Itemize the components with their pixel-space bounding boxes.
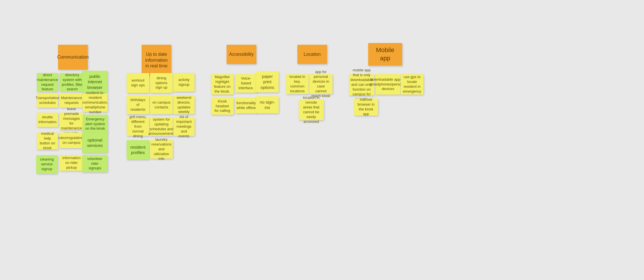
- location-remote: location in remote areas that cannot be …: [299, 100, 324, 120]
- accessibility-header: Accessibility: [227, 45, 256, 64]
- activity-signup: activity signup: [173, 73, 195, 91]
- cleaning-service: cleaning service signup: [36, 155, 57, 174]
- located-key-common: located in key, common locations: [286, 74, 309, 94]
- directory-system: directory system with profiles, filter s…: [59, 73, 85, 91]
- on-campus-contacts: on campus contacts: [150, 96, 173, 114]
- laundry-reservations: laundry reservations and utilization inf…: [150, 140, 173, 159]
- voice-based: Voice-based interface.: [235, 74, 257, 93]
- no-sign-ins: no sign-ins: [256, 96, 279, 113]
- weekend-director: weekend director, updates weekly: [173, 96, 195, 114]
- workout-signups: workout sign ups: [127, 73, 149, 93]
- list-important: list of important meetings and events: [173, 117, 195, 136]
- rules-regulations: rules/regulations on campus: [59, 132, 84, 148]
- internet-browser-app: internet browser in the kiosk app: [354, 99, 378, 116]
- communication-header: Communication: [58, 45, 88, 70]
- emergency-alert: Emergency alert system on the kiosk: [83, 115, 108, 133]
- shuttle-info: shuttle information: [37, 113, 58, 127]
- mobile-app-header: Mobile app: [368, 43, 402, 66]
- premade-messages: leave premade messages for maintenance r…: [59, 113, 84, 130]
- magnifier-highlight: Magnifier highlight feature on the kiosk…: [211, 74, 234, 95]
- birthdays-residents: birthdays of residents: [127, 96, 149, 114]
- resident-communication: resident-to-resident communication, emai…: [83, 93, 108, 112]
- up-to-date-header: Up to date information in real time: [142, 45, 171, 76]
- transportation: Transportation schedules: [37, 93, 58, 108]
- kiosk-headset: Kiosk headset for calling: [211, 98, 234, 115]
- kanban-board: CommunicationUp to date information in r…: [0, 0, 644, 280]
- system-updating: system for updating schedules and announ…: [150, 117, 173, 136]
- use-gps: use gps to locate resident in emergency: [401, 74, 423, 95]
- grill-menu: grill menu, different from normal dining: [127, 117, 149, 136]
- public-internet: public internet browser: [82, 71, 108, 93]
- location-header: Location: [297, 45, 327, 64]
- downloadable-app: downloadable app for smartphones/persona…: [376, 74, 400, 95]
- medical-help: medical help button on kiosk: [37, 132, 58, 149]
- functionality-offline: functionality while offline: [235, 98, 257, 113]
- info-rider-pickup: information on rider pickup: [59, 155, 84, 171]
- dining-options: dining options sign up: [150, 73, 173, 93]
- paper-print: paper print options: [256, 71, 279, 92]
- maintenance-requests: Maintenance requests: [59, 93, 84, 108]
- app-personal-devices: app for personal devices in case cannot …: [309, 74, 332, 94]
- volunteer-rider: volunteer rider signups: [82, 155, 108, 172]
- optional-services: optional services: [82, 132, 108, 153]
- resident-profiles: resident profiles: [127, 140, 149, 159]
- direct-maintenance: direct maintenance request feature: [37, 73, 58, 91]
